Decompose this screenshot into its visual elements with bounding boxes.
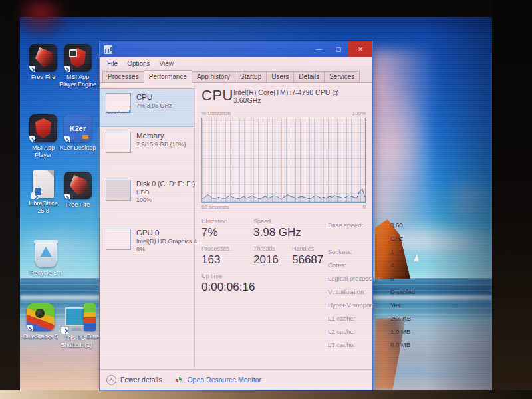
tab-processes[interactable]: Processes xyxy=(102,71,144,82)
monitor-screen: Free Fire MSI App Player Engine MSI App … xyxy=(20,17,492,391)
tab-users[interactable]: Users xyxy=(266,71,294,82)
desktop-icon-label: LibreOffice 25.8 xyxy=(24,200,63,215)
sidebar-disk-sub1: HDD xyxy=(136,189,191,196)
desktop-icon-free-fire-2[interactable]: Free Fire xyxy=(59,172,97,209)
menu-view[interactable]: View xyxy=(156,59,178,68)
sidebar-gpu-sub1: Intel(R) HD Graphics 4... xyxy=(136,238,191,245)
tab-startup[interactable]: Startup xyxy=(235,71,267,82)
shortcut-arrow-badge xyxy=(29,66,35,72)
sidebar-item-disk0[interactable]: Disk 0 (C: D: E: F:) HDD 100% xyxy=(100,175,194,213)
tab-performance[interactable]: Performance xyxy=(144,70,192,83)
open-resource-monitor-link[interactable]: Open Resource Monitor xyxy=(175,376,261,384)
hyperv-value: Yes xyxy=(390,299,401,312)
graph-ymax-label: 100% xyxy=(352,110,366,116)
tab-strip: Processes Performance App history Startu… xyxy=(100,69,372,83)
msi-app-player-engine-icon xyxy=(64,44,92,72)
title-bar[interactable]: — ▢ ✕ xyxy=(100,41,372,57)
utilization-value: 7% xyxy=(201,226,253,239)
desktop-icon-recycle-bin[interactable]: Recycle Bin xyxy=(27,241,65,277)
sidebar-cpu-sub: 7% 3.98 GHz xyxy=(136,102,172,109)
utilization-label: Utilization xyxy=(201,218,253,225)
menu-file[interactable]: File xyxy=(103,59,122,68)
sidebar-item-cpu[interactable]: CPU 7% 3.98 GHz xyxy=(100,88,194,127)
desktop-icon-label: Recycle Bin xyxy=(27,269,65,277)
graph-xmax-label: 0 xyxy=(363,204,366,210)
speed-value: 3.98 GHz xyxy=(253,226,301,239)
cpu-panel: CPU Intel(R) Core(TM) i7-4790 CPU @ 3.60… xyxy=(195,83,372,369)
tab-services[interactable]: Services xyxy=(324,71,360,82)
status-bar: Fewer details Open Resource Monitor xyxy=(100,369,372,390)
virtualization-value: Disabled xyxy=(390,285,415,299)
shortcut-arrow-badge xyxy=(29,136,35,142)
minimize-button[interactable]: — xyxy=(309,41,329,57)
disk-mini-graph xyxy=(106,180,131,201)
speed-label: Speed xyxy=(253,218,301,225)
handles-label: Handles xyxy=(292,245,323,252)
fewer-details-button[interactable]: Fewer details xyxy=(106,375,162,385)
desktop-icon-label: MSI App Player Engine xyxy=(59,74,97,88)
threads-value: 2016 xyxy=(253,253,292,267)
desktop-icon-k2er-desktop[interactable]: K2er K2er Desktop xyxy=(59,114,97,152)
logical-processors-label: Logical processors: xyxy=(328,272,390,285)
sockets-value: 1 xyxy=(390,245,394,259)
l2-cache-value: 1.0 MB xyxy=(390,325,410,338)
shortcut-arrow-badge xyxy=(64,136,70,142)
performance-sidebar: CPU 7% 3.98 GHz Memory 2.9/15.9 GB (18%) xyxy=(100,83,195,369)
shortcut-arrow-badge xyxy=(61,327,68,334)
uptime-label: Up time xyxy=(201,273,255,279)
l3-cache-value: 8.0 MB xyxy=(390,338,410,352)
resource-monitor-icon xyxy=(175,376,183,384)
menu-options[interactable]: Options xyxy=(123,59,154,68)
monitor-bezel xyxy=(492,0,532,399)
processes-value: 163 xyxy=(201,253,253,267)
chevron-up-icon xyxy=(106,375,116,385)
desktop-icon-label: BlueStacks 5 xyxy=(21,333,60,340)
cpu-stats-right: Base speed:3.60 GHz Sockets:1 Cores:4 Lo… xyxy=(328,218,415,369)
sidebar-item-memory[interactable]: Memory 2.9/15.9 GB (18%) xyxy=(100,127,194,166)
desktop-icon-bluestacks-5[interactable]: BlueStacks 5 xyxy=(21,303,60,340)
msi-app-player-icon xyxy=(29,114,57,142)
desktop-icon-label: Free Fire xyxy=(24,74,63,81)
l1-cache-value: 256 KB xyxy=(390,312,411,325)
k2er-icon: K2er xyxy=(64,114,92,142)
photo-frame: Free Fire MSI App Player Engine MSI App … xyxy=(0,0,532,399)
memory-mini-graph xyxy=(106,132,131,153)
shortcut-arrow-badge xyxy=(27,325,33,331)
desktop-icon-libreoffice[interactable]: LibreOffice 25.8 xyxy=(24,170,63,215)
graph-ylabel: % Utilization xyxy=(201,110,231,116)
base-speed-label: Base speed: xyxy=(328,219,390,245)
l3-cache-label: L3 cache: xyxy=(328,338,390,352)
desk-surface xyxy=(0,390,532,399)
shortcut-arrow-badge xyxy=(64,194,70,200)
desktop-icon-label: Free Fire xyxy=(59,201,97,209)
cpu-utilization-graph[interactable] xyxy=(201,118,366,203)
sidebar-memory-title: Memory xyxy=(136,132,186,140)
libreoffice-icon xyxy=(33,170,54,198)
l1-cache-label: L1 cache: xyxy=(328,312,390,325)
virtualization-label: Virtualization: xyxy=(328,285,390,299)
free-fire-icon xyxy=(29,44,57,72)
desktop-icon-msi-app-player-engine[interactable]: MSI App Player Engine xyxy=(59,44,97,88)
tab-app-history[interactable]: App history xyxy=(192,71,235,82)
sidebar-disk-sub2: 100% xyxy=(136,197,191,203)
cpu-mini-graph xyxy=(106,93,131,114)
cpu-model-name: Intel(R) Core(TM) i7-4790 CPU @ 3.60GHz xyxy=(233,88,366,104)
sidebar-item-gpu0[interactable]: GPU 0 Intel(R) HD Graphics 4... 0% xyxy=(100,224,194,263)
bluestacks-icon xyxy=(27,303,55,331)
free-fire-icon xyxy=(64,172,92,200)
cpu-heading: CPU xyxy=(201,87,233,104)
logical-processors-value: 8 xyxy=(390,272,394,285)
tab-details[interactable]: Details xyxy=(293,71,325,82)
sidebar-gpu-sub2: 0% xyxy=(136,246,191,253)
desktop-icon-free-fire[interactable]: Free Fire xyxy=(24,44,63,81)
cores-value: 4 xyxy=(390,259,394,272)
window-controls: — ▢ ✕ xyxy=(309,41,372,57)
sidebar-memory-sub: 2.9/15.9 GB (18%) xyxy=(136,141,186,148)
l2-cache-label: L2 cache: xyxy=(328,325,390,338)
desktop-icon-msi-app-player[interactable]: MSI App Player xyxy=(24,114,63,159)
shortcut-arrow-badge xyxy=(31,192,39,200)
bluestacks-x-icon xyxy=(84,303,96,331)
recycle-bin-icon xyxy=(35,241,57,267)
maximize-button[interactable]: ▢ xyxy=(329,41,348,57)
close-button[interactable]: ✕ xyxy=(348,41,372,57)
